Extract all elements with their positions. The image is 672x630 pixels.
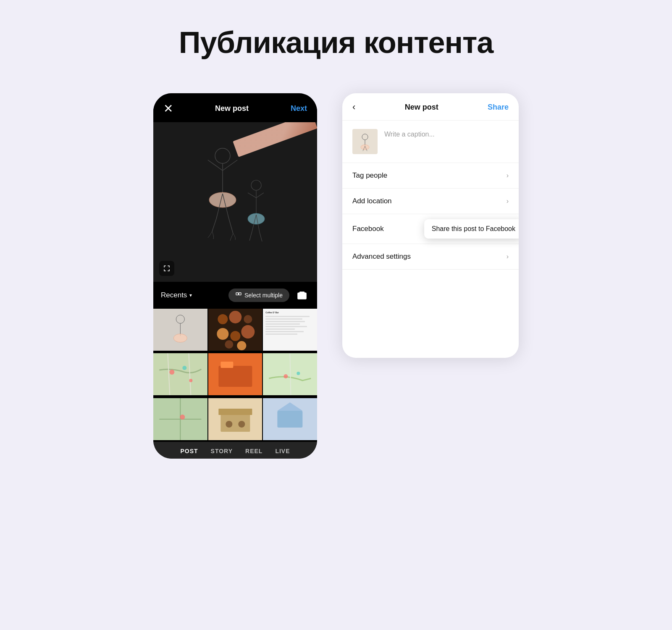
photo-area — [153, 122, 317, 282]
select-multiple-button[interactable]: Select multiple — [228, 289, 289, 302]
right-phone: ‹ New post Share Write a caption... — [342, 93, 519, 358]
svg-point-31 — [225, 340, 233, 349]
gallery-cell-6[interactable] — [263, 353, 317, 395]
svg-rect-33 — [159, 353, 201, 395]
page-title: Публикация контента — [179, 25, 494, 60]
gallery-cell-2[interactable] — [208, 309, 262, 351]
svg-rect-49 — [218, 409, 252, 415]
caption-area: Write a caption... — [342, 121, 519, 163]
caption-input[interactable]: Write a caption... — [384, 129, 509, 138]
menu-list: Tag people › Add location › Facebook — [342, 163, 519, 358]
svg-line-3 — [223, 160, 237, 171]
expand-svg — [163, 265, 171, 272]
gallery-bar: Recents ▾ Select multiple — [153, 282, 317, 309]
svg-point-30 — [241, 325, 255, 339]
post-thumbnail — [352, 129, 378, 154]
gallery-grid: Coffee D' Bar — [153, 309, 317, 442]
svg-line-11 — [248, 193, 256, 198]
gallery-cafe — [208, 398, 262, 440]
gallery-actions: Select multiple — [228, 288, 310, 303]
right-phone-title: New post — [405, 103, 438, 112]
recents-button[interactable]: Recents ▾ — [161, 291, 192, 299]
advanced-settings-item[interactable]: Advanced settings › — [342, 244, 519, 270]
expand-icon[interactable] — [159, 261, 174, 276]
svg-point-32 — [237, 341, 246, 350]
svg-point-35 — [182, 366, 186, 370]
gallery-blue — [263, 398, 317, 440]
camera-svg — [297, 290, 307, 301]
tag-people-right: › — [507, 172, 509, 179]
toggle-knob — [488, 223, 499, 234]
svg-point-28 — [217, 328, 228, 340]
left-phone: ✕ New post Next — [153, 93, 317, 459]
svg-line-8 — [229, 219, 233, 234]
gallery-cell-4[interactable] — [153, 353, 207, 395]
share-button[interactable]: Share — [488, 103, 509, 112]
gallery-sketch-1 — [153, 309, 207, 351]
recents-label-text: Recents — [161, 291, 187, 299]
gallery-map-2 — [263, 353, 317, 395]
back-button[interactable]: ‹ — [352, 102, 355, 113]
svg-line-7 — [212, 219, 216, 231]
tab-reel[interactable]: REEL — [245, 448, 262, 454]
facebook-right — [487, 223, 509, 235]
svg-rect-19 — [239, 293, 241, 295]
svg-rect-53 — [278, 411, 303, 428]
tab-live[interactable]: LIVE — [275, 448, 290, 454]
svg-point-34 — [169, 370, 174, 375]
add-location-label: Add location — [352, 197, 392, 205]
svg-point-42 — [297, 372, 300, 375]
svg-point-0 — [215, 148, 230, 163]
recents-chevron-icon: ▾ — [189, 292, 192, 298]
gallery-pattern — [208, 309, 262, 351]
gallery-cell-7[interactable] — [153, 398, 207, 440]
facebook-item[interactable]: Facebook Share this post to Facebook — [342, 214, 519, 244]
svg-point-29 — [230, 331, 240, 341]
svg-point-23 — [173, 334, 187, 342]
left-phone-title: New post — [215, 104, 249, 113]
svg-point-25 — [218, 314, 228, 324]
svg-point-9 — [251, 180, 261, 190]
svg-line-2 — [208, 160, 223, 171]
svg-point-58 — [361, 145, 369, 150]
add-location-item[interactable]: Add location › — [342, 189, 519, 214]
svg-point-50 — [226, 421, 232, 428]
right-phone-header: ‹ New post Share — [342, 93, 519, 121]
svg-point-46 — [180, 415, 185, 420]
gallery-cell-1[interactable] — [153, 309, 207, 351]
tab-post[interactable]: POST — [180, 448, 198, 454]
next-button[interactable]: Next — [291, 104, 307, 113]
gallery-map-1 — [153, 353, 207, 395]
gallery-cell-9[interactable] — [263, 398, 317, 440]
ballerina-sketch — [189, 135, 281, 269]
svg-line-12 — [256, 193, 264, 198]
svg-point-36 — [189, 379, 192, 382]
thumbnail-sketch — [354, 131, 375, 152]
svg-point-41 — [284, 374, 288, 378]
svg-point-27 — [244, 315, 252, 323]
chevron-right-icon-location: › — [507, 197, 509, 205]
gallery-cell-8[interactable] — [208, 398, 262, 440]
facebook-toggle[interactable] — [487, 223, 509, 235]
camera-button[interactable] — [294, 288, 310, 303]
close-icon[interactable]: ✕ — [163, 102, 173, 116]
svg-rect-48 — [220, 413, 250, 432]
gallery-cell-3[interactable]: Coffee D' Bar — [263, 309, 317, 351]
bottom-tabs: POST STORY REEL LIVE — [153, 442, 317, 459]
tag-people-item[interactable]: Tag people › — [342, 163, 519, 189]
svg-line-16 — [249, 231, 252, 241]
svg-rect-38 — [218, 366, 252, 387]
gallery-map-3 — [153, 398, 207, 440]
left-phone-header: ✕ New post Next — [153, 93, 317, 122]
svg-rect-18 — [236, 293, 238, 295]
gallery-cell-5[interactable] — [208, 353, 262, 395]
svg-rect-39 — [220, 362, 233, 368]
facebook-label: Facebook — [352, 225, 384, 233]
select-multiple-label: Select multiple — [244, 292, 283, 299]
svg-line-17 — [260, 232, 262, 242]
tab-story[interactable]: STORY — [211, 448, 233, 454]
svg-point-51 — [238, 421, 245, 428]
svg-point-26 — [229, 311, 242, 323]
sketch-area — [153, 122, 317, 282]
add-location-right: › — [507, 197, 509, 205]
